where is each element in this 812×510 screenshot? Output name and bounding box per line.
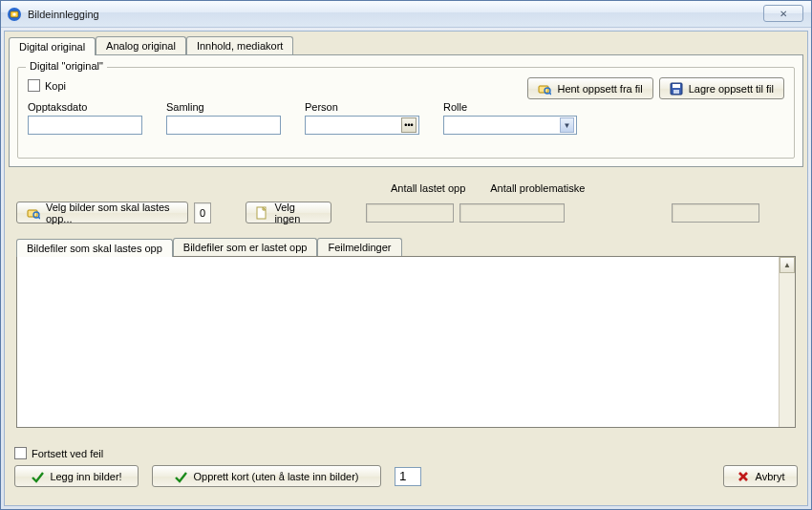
svg-rect-8 [673,90,679,94]
rolle-combo[interactable]: ▼ [443,116,577,135]
button-label: Hent oppsett fra fil [557,83,642,95]
field-label: Rolle [443,101,577,113]
svg-rect-3 [539,86,548,93]
fortsett-checkbox[interactable] [14,447,27,459]
antall-problem-label: Antall problematiske [490,182,585,194]
button-label: Legg inn bilder! [50,471,121,482]
save-icon [670,82,683,96]
opprett-kort-button[interactable]: Opprett kort (uten å laste inn bilder) [152,465,381,487]
opptaksdato-input[interactable] [28,116,142,135]
tab-label: Analog original [106,40,176,52]
group-toolbar: Hent oppsett fra fil Lagre oppsett til f… [527,77,784,99]
folder-search-icon [538,82,551,96]
tab-label: Innhold, mediakort [197,40,284,52]
scroll-up-icon[interactable]: ▲ [780,257,795,273]
document-icon [256,206,268,220]
velg-ingen-button[interactable]: Velg ingen [246,202,331,223]
antall-lastet-label: Antall lastet opp [391,182,465,194]
tabs-files: Bildefiler som skal lastes opp Bildefile… [16,237,796,256]
tab-label: Digital original [19,41,85,53]
button-label: Lagre oppsett til fil [689,83,774,95]
hent-oppsett-button[interactable]: Hent oppsett fra fil [527,77,652,99]
close-button[interactable]: ✕ [763,5,803,22]
button-label: Velg bilder som skal lastes opp... [46,202,178,224]
mid-section: Antall lastet opp Antall problematiske V… [9,181,803,436]
cancel-icon [737,470,750,483]
tab-files-pending[interactable]: Bildefiler som skal lastes opp [16,239,173,257]
tab-label: Feilmeldinger [328,242,391,253]
tab-files-done[interactable]: Bildefiler som er lastet opp [173,238,318,256]
mid-row: Velg bilder som skal lastes opp... 0 Vel… [16,202,796,223]
antall-lastet-value [366,203,454,223]
button-label: Velg ingen [274,202,321,224]
svg-line-11 [38,217,40,219]
svg-rect-9 [28,210,37,217]
avbryt-button[interactable]: Avbryt [723,465,798,487]
field-label: Opptaksdato [28,101,142,113]
titlebar: Bildeinnlegging ✕ [1,1,811,28]
legg-inn-button[interactable]: Legg inn bilder! [14,465,139,487]
antall-problem-value [459,203,565,223]
field-rolle: Rolle ▼ [443,101,577,135]
samling-input[interactable] [166,116,281,135]
field-opptaksdato: Opptaksdato [28,101,142,135]
file-list-body [17,257,779,427]
bottom-buttons: Legg inn bilder! Opprett kort (uten å la… [14,465,798,487]
check-icon [174,470,187,483]
velg-bilder-button[interactable]: Velg bilder som skal lastes opp... [16,202,188,223]
close-icon: ✕ [780,9,787,19]
chevron-down-icon: ▼ [560,117,574,133]
group-digital-original: Digital "original" Kopi Hent oppsett fra… [17,67,795,159]
field-label: Samling [166,101,281,113]
count-value: 0 [200,207,205,219]
svg-point-2 [12,12,15,15]
app-icon [7,7,22,22]
tab-files-errors[interactable]: Feilmeldinger [317,238,401,256]
tabpage-digital-original: Digital "original" Kopi Hent oppsett fra… [9,54,803,167]
fields-row: Opptaksdato Samling Person ••• R [28,101,784,135]
check-icon [31,470,44,483]
tab-digital-original[interactable]: Digital original [9,37,96,55]
tab-innhold-mediakort[interactable]: Innhold, mediakort [186,36,294,54]
tab-label: Bildefiler som er lastet opp [183,242,308,253]
bottom-bar: Fortsett ved feil Legg inn bilder! Oppre… [9,443,803,491]
button-label: Opprett kort (uten å laste inn bilder) [193,471,358,482]
field-label: Person [305,101,419,113]
spin-input[interactable] [395,467,421,486]
field-person: Person ••• [305,101,419,135]
window: Bildeinnlegging ✕ Digital original Analo… [0,0,812,510]
tabs-top: Digital original Analog original Innhold… [9,35,803,54]
group-legend: Digital "original" [26,60,107,72]
scrollbar[interactable]: ▲ [779,257,795,427]
folder-search-icon [27,206,40,220]
file-list[interactable]: ▲ [16,256,796,428]
fortsett-row: Fortsett ved feil [14,447,798,459]
lagre-oppsett-button[interactable]: Lagre oppsett til fil [659,77,784,99]
ellipsis-icon[interactable]: ••• [401,117,417,133]
extra-readonly [672,203,759,223]
svg-rect-7 [673,84,680,88]
client-area: Digital original Analog original Innhold… [4,31,808,506]
tab-analog-original[interactable]: Analog original [96,36,186,54]
person-picker[interactable]: ••• [305,116,419,135]
kopi-checkbox[interactable] [28,79,40,92]
button-label: Avbryt [756,471,785,482]
kopi-label: Kopi [45,80,66,92]
field-samling: Samling [166,101,281,135]
fortsett-label: Fortsett ved feil [32,448,103,459]
window-title: Bildeinnlegging [28,9,99,20]
mid-labels: Antall lastet opp Antall problematiske [391,182,585,194]
svg-line-5 [549,93,551,95]
selected-count: 0 [194,202,211,223]
tab-label: Bildefiler som skal lastes opp [27,243,162,254]
